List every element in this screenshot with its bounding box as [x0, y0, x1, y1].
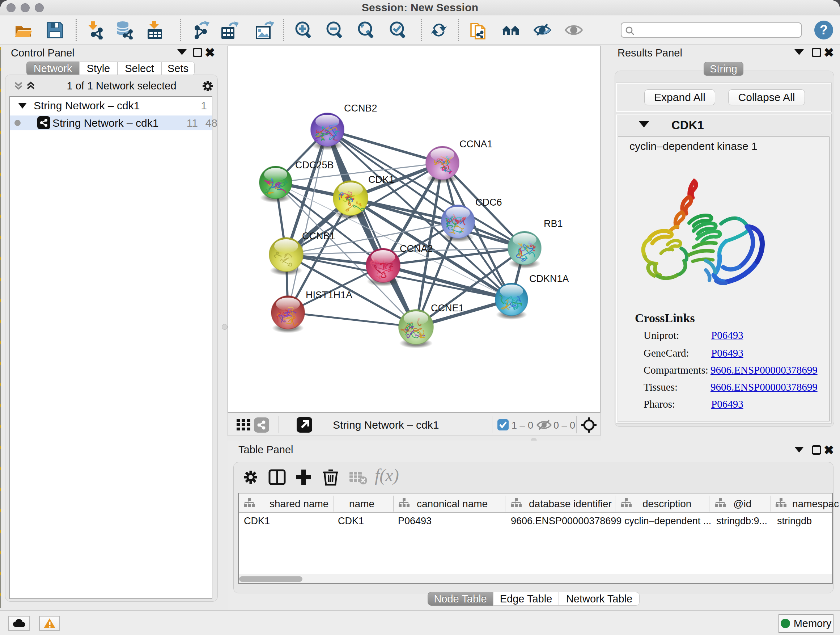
svg-text:CDC25B: CDC25B: [295, 160, 334, 171]
svg-text:HIST1H1A: HIST1H1A: [306, 290, 352, 301]
svg-text:CCNA1: CCNA1: [459, 139, 493, 149]
svg-text:?: ?: [820, 22, 828, 37]
svg-text:CCNB2: CCNB2: [344, 103, 377, 114]
svg-text:CCNB1: CCNB1: [302, 231, 335, 241]
svg-text:CDK1: CDK1: [368, 174, 394, 185]
svg-text:CCNE1: CCNE1: [431, 302, 464, 314]
svg-text:RB1: RB1: [544, 218, 563, 229]
svg-text:CDC6: CDC6: [475, 197, 502, 208]
svg-text:CDKN1A: CDKN1A: [529, 273, 569, 284]
svg-text:CCNA2: CCNA2: [400, 243, 433, 254]
